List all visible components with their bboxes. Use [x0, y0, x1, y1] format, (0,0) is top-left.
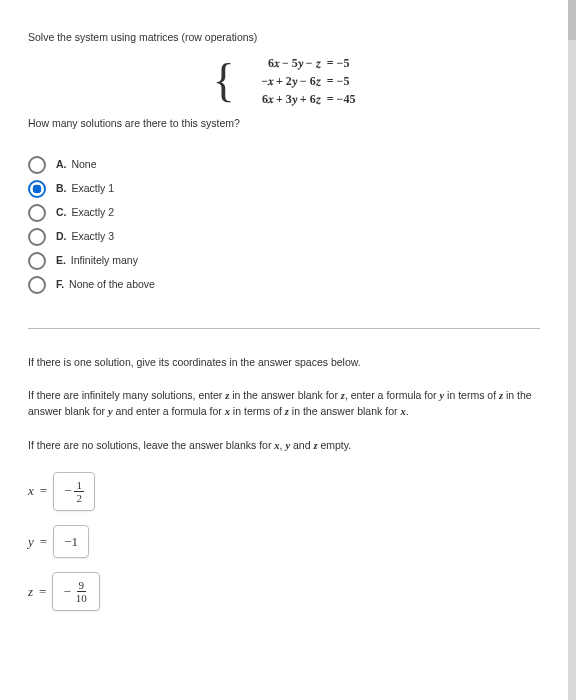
radio-button[interactable] [28, 156, 46, 174]
equation-system: { 6𝑥 − 5𝑦 − 𝑧= −5−𝑥 + 2𝑦 − 6𝑧= −56𝑥 + 3𝑦… [28, 54, 540, 108]
section-divider [28, 328, 540, 329]
option-label: E. Infinitely many [56, 253, 138, 269]
answer-row-y: y = −1 [28, 525, 540, 559]
left-brace-icon: { [213, 61, 235, 101]
option-row[interactable]: C. Exactly 2 [28, 204, 540, 222]
option-label: A. None [56, 157, 97, 173]
equation-row: 6𝑥 + 3𝑦 + 6𝑧= −45 [239, 90, 356, 108]
answer-label-x: x [28, 481, 34, 501]
radio-button[interactable] [28, 204, 46, 222]
radio-button[interactable] [28, 180, 46, 198]
instruction-infinite: If there are infinitely many solutions, … [28, 388, 540, 420]
option-row[interactable]: B. Exactly 1 [28, 180, 540, 198]
scrollbar-thumb[interactable] [568, 0, 576, 40]
option-row[interactable]: E. Infinitely many [28, 252, 540, 270]
option-row[interactable]: F. None of the above [28, 276, 540, 294]
question-card: Solve the system using matrices (row ope… [0, 0, 568, 700]
equation-row: 6𝑥 − 5𝑦 − 𝑧= −5 [239, 54, 356, 72]
option-label: F. None of the above [56, 277, 155, 293]
answer-row-z: z = − 9 10 [28, 572, 540, 611]
radio-button[interactable] [28, 228, 46, 246]
answer-input-z[interactable]: − 9 10 [52, 572, 99, 611]
instruction-no-solution: If there are no solutions, leave the ans… [28, 438, 540, 454]
option-label: C. Exactly 2 [56, 205, 114, 221]
instruction-one-solution: If there is one solution, give its coord… [28, 355, 540, 371]
answer-label-y: y [28, 532, 34, 552]
options-group: A. NoneB. Exactly 1C. Exactly 2D. Exactl… [28, 156, 540, 294]
answer-label-z: z [28, 582, 33, 602]
option-row[interactable]: A. None [28, 156, 540, 174]
subquestion-text: How many solutions are there to this sys… [28, 116, 540, 132]
prompt-text: Solve the system using matrices (row ope… [28, 30, 540, 46]
answer-input-x[interactable]: − 1 2 [53, 472, 95, 511]
option-label: B. Exactly 1 [56, 181, 114, 197]
answer-row-x: x = − 1 2 [28, 472, 540, 511]
answer-input-y[interactable]: −1 [53, 525, 89, 559]
equation-row: −𝑥 + 2𝑦 − 6𝑧= −5 [239, 72, 356, 90]
option-row[interactable]: D. Exactly 3 [28, 228, 540, 246]
radio-button[interactable] [28, 276, 46, 294]
option-label: D. Exactly 3 [56, 229, 114, 245]
radio-button[interactable] [28, 252, 46, 270]
vertical-scrollbar[interactable] [568, 0, 576, 700]
